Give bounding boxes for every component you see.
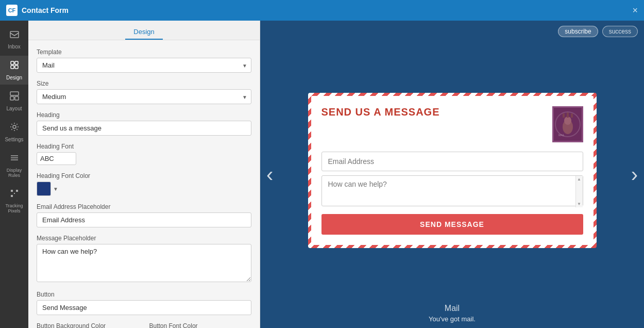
button-input[interactable] bbox=[37, 300, 251, 315]
email-placeholder-group: Email Address Placeholder bbox=[37, 203, 251, 227]
tab-bar: Design bbox=[28, 21, 260, 40]
main-container: Inbox Design Layout bbox=[0, 21, 644, 328]
svg-rect-4 bbox=[15, 65, 18, 69]
sidebar-item-design[interactable]: Design bbox=[0, 56, 28, 85]
display-rules-icon bbox=[9, 153, 20, 166]
preview-bottom: Mail You've got mail. bbox=[260, 299, 644, 328]
email-placeholder-label: Email Address Placeholder bbox=[37, 203, 251, 210]
tracking-pixels-icon bbox=[9, 188, 20, 201]
preview-top: subscribe success bbox=[260, 21, 644, 42]
preview-tab-subscribe[interactable]: subscribe bbox=[558, 26, 598, 37]
svg-rect-12 bbox=[11, 190, 13, 192]
settings-icon bbox=[9, 122, 20, 135]
svg-rect-2 bbox=[15, 61, 18, 64]
inbox-icon bbox=[9, 29, 20, 42]
mail-send-button[interactable]: SEND MESSAGE bbox=[321, 214, 583, 235]
svg-rect-6 bbox=[10, 96, 14, 100]
svg-rect-7 bbox=[15, 96, 19, 100]
template-label: Template bbox=[37, 48, 251, 56]
heading-font-color-group: Heading Font Color ▼ bbox=[37, 172, 251, 196]
sidebar-label-design: Design bbox=[6, 75, 22, 80]
mail-card-container: SEND US A MESSAGE MAIL bbox=[260, 42, 644, 299]
left-panel: Design Template Mail Simple Modern ▼ Siz… bbox=[28, 21, 260, 328]
sidebar: Inbox Design Layout bbox=[0, 21, 28, 328]
svg-rect-14 bbox=[11, 195, 13, 197]
button-group: Button bbox=[37, 291, 251, 315]
heading-font-color-arrow[interactable]: ▼ bbox=[53, 186, 58, 192]
heading-font-label: Heading Font bbox=[37, 143, 251, 150]
mail-card-outer: SEND US A MESSAGE MAIL bbox=[308, 93, 597, 248]
prev-arrow[interactable]: ‹ bbox=[266, 163, 273, 186]
button-bg-color-label: Button Background Color bbox=[37, 322, 139, 328]
sidebar-item-layout[interactable]: Layout bbox=[0, 87, 28, 116]
button-colors-row: Button Background Color ▼ Button Font Co… bbox=[37, 322, 251, 328]
svg-rect-3 bbox=[11, 65, 14, 69]
sidebar-label-inbox: Inbox bbox=[8, 44, 20, 50]
mail-card-inner: SEND US A MESSAGE MAIL bbox=[311, 96, 594, 245]
mail-stamp: MAIL bbox=[552, 106, 583, 142]
svg-rect-15 bbox=[14, 193, 15, 194]
email-placeholder-input[interactable] bbox=[37, 212, 251, 227]
button-label: Button bbox=[37, 291, 251, 298]
size-select[interactable]: Small Medium Large bbox=[37, 89, 251, 104]
svg-point-8 bbox=[13, 125, 16, 128]
preview-tab-success[interactable]: success bbox=[602, 26, 638, 37]
mail-message-textarea[interactable] bbox=[321, 175, 583, 206]
heading-font-color-swatch[interactable] bbox=[37, 182, 51, 196]
mail-message-wrapper: ▲ ▼ bbox=[321, 175, 583, 208]
svg-rect-1 bbox=[11, 61, 14, 64]
heading-input[interactable] bbox=[37, 121, 251, 136]
window-title: Contact Form bbox=[22, 6, 628, 14]
mail-textarea-scrollbar: ▲ ▼ bbox=[575, 176, 583, 207]
layout-icon bbox=[9, 91, 20, 104]
size-label: Size bbox=[37, 80, 251, 87]
size-select-wrapper: Small Medium Large ▼ bbox=[37, 89, 251, 104]
next-arrow[interactable]: › bbox=[631, 163, 638, 186]
mail-card-header: SEND US A MESSAGE MAIL bbox=[321, 106, 583, 142]
sidebar-label-settings: Settings bbox=[5, 137, 23, 142]
button-font-color-group: Button Font Color ▼ bbox=[149, 322, 252, 328]
heading-font-group: Heading Font ABC Arial Georgia bbox=[37, 143, 251, 165]
sidebar-label-layout: Layout bbox=[6, 106, 22, 111]
sidebar-label-display-rules: Display Rules bbox=[2, 168, 26, 178]
svg-rect-0 bbox=[10, 31, 19, 38]
title-bar: CF Contact Form × bbox=[0, 0, 644, 21]
heading-font-color-label: Heading Font Color bbox=[37, 172, 251, 179]
heading-font-row: ABC Arial Georgia bbox=[37, 152, 251, 165]
stamp-postmark bbox=[555, 111, 581, 137]
heading-label: Heading bbox=[37, 111, 251, 119]
mail-card-title: SEND US A MESSAGE bbox=[321, 106, 440, 118]
heading-font-color-wrapper: ▼ bbox=[37, 182, 251, 196]
button-bg-color-group: Button Background Color ▼ bbox=[37, 322, 139, 328]
svg-rect-5 bbox=[10, 92, 19, 95]
heading-font-select[interactable]: ABC Arial Georgia bbox=[37, 152, 76, 165]
size-group: Size Small Medium Large ▼ bbox=[37, 80, 251, 104]
template-select[interactable]: Mail Simple Modern bbox=[37, 58, 251, 73]
form-panel: Template Mail Simple Modern ▼ Size Small bbox=[28, 40, 260, 328]
sidebar-label-tracking-pixels: Tracking Pixels bbox=[2, 203, 26, 214]
template-group: Template Mail Simple Modern ▼ bbox=[37, 48, 251, 73]
svg-rect-13 bbox=[16, 190, 18, 192]
app-icon: CF bbox=[6, 5, 18, 16]
preview-bottom-title: Mail bbox=[265, 304, 639, 313]
close-button[interactable]: × bbox=[632, 5, 638, 16]
preview-bottom-sub: You've got mail. bbox=[265, 315, 639, 323]
tab-design[interactable]: Design bbox=[125, 25, 162, 40]
message-placeholder-textarea[interactable]: How can we help? bbox=[37, 244, 251, 282]
mail-email-input[interactable] bbox=[321, 152, 583, 171]
preview-area: subscribe success ‹ SEND US A MESSAGE bbox=[260, 21, 644, 328]
template-select-wrapper: Mail Simple Modern ▼ bbox=[37, 58, 251, 73]
message-placeholder-group: Message Placeholder How can we help? bbox=[37, 235, 251, 284]
sidebar-item-settings[interactable]: Settings bbox=[0, 118, 28, 146]
design-icon bbox=[9, 60, 20, 73]
button-font-color-label: Button Font Color bbox=[149, 322, 252, 328]
sidebar-item-display-rules[interactable]: Display Rules bbox=[0, 149, 28, 182]
sidebar-item-inbox[interactable]: Inbox bbox=[0, 25, 28, 54]
message-placeholder-label: Message Placeholder bbox=[37, 235, 251, 242]
sidebar-item-tracking-pixels[interactable]: Tracking Pixels bbox=[0, 184, 28, 218]
heading-group: Heading bbox=[37, 111, 251, 136]
